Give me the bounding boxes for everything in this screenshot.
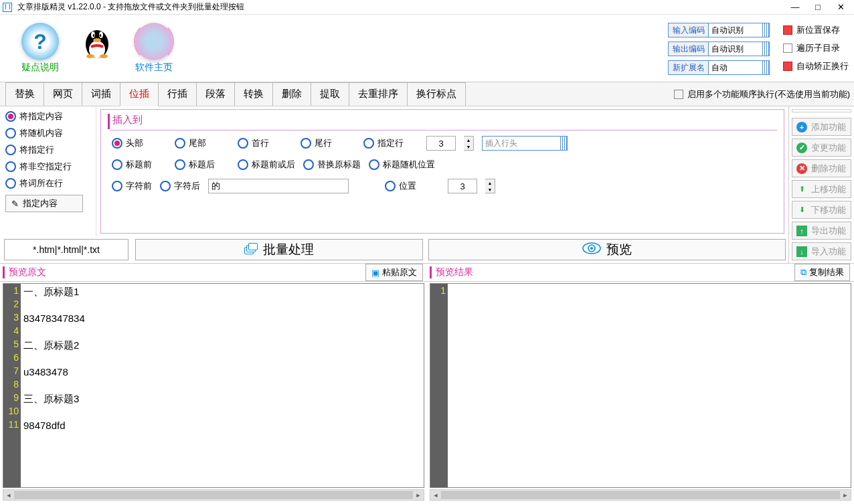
- export-icon: ↑: [796, 226, 807, 236]
- preview-result-title: 预览结果: [430, 266, 794, 278]
- left-radio-4[interactable]: 将词所在行: [5, 177, 90, 189]
- line-number-input[interactable]: [426, 136, 456, 151]
- preview-button[interactable]: 预览: [428, 239, 786, 260]
- svg-point-6: [93, 38, 101, 42]
- checkbox[interactable]: [783, 44, 792, 53]
- spinner[interactable]: ▲▼: [464, 136, 474, 151]
- arrow-up-icon: ⬆: [796, 184, 807, 195]
- maximize-button[interactable]: □: [813, 2, 823, 13]
- insert-radio-指定行[interactable]: 指定行: [363, 137, 418, 149]
- line-gutter: 1234567891011: [3, 284, 21, 487]
- result-content[interactable]: [448, 284, 851, 487]
- radio-icon: [112, 159, 122, 170]
- insert-radio-首行[interactable]: 首行: [238, 137, 292, 149]
- horizontal-scrollbar[interactable]: ◄►: [430, 489, 851, 501]
- radio-icon: [5, 145, 16, 155]
- tab-10[interactable]: 换行标点: [407, 82, 466, 106]
- source-content[interactable]: 一、原标题183478347834二、原标题2u3483478三、原标题3984…: [21, 284, 424, 487]
- edit-icon: ✎: [11, 199, 19, 209]
- radio-icon: [303, 159, 314, 170]
- move-up-button[interactable]: ⬆上移功能: [792, 180, 851, 198]
- qq-button[interactable]: [82, 23, 112, 79]
- left-radio-2[interactable]: 将指定行: [5, 144, 90, 156]
- homepage-button[interactable]: 软件主页: [135, 23, 173, 79]
- tab-3[interactable]: 位插: [120, 82, 159, 106]
- copy-icon: ⧉: [800, 267, 806, 278]
- tab-2[interactable]: 词插: [82, 82, 120, 106]
- minimize-button[interactable]: —: [790, 2, 800, 13]
- result-editor[interactable]: 1: [430, 283, 851, 488]
- radio-icon: [112, 181, 122, 191]
- tab-4[interactable]: 行插: [158, 82, 197, 106]
- grip-icon: [762, 23, 769, 37]
- radio-icon: [5, 178, 16, 189]
- export-function-button[interactable]: ↑导出功能: [792, 222, 851, 240]
- extension-filter-input[interactable]: [4, 239, 129, 260]
- add-function-button[interactable]: +添加功能: [792, 118, 851, 136]
- insert-radio-字符后[interactable]: 字符后: [160, 180, 200, 192]
- left-radio-3[interactable]: 将非空指定行: [5, 161, 90, 173]
- radio-icon: [5, 111, 16, 122]
- tab-6[interactable]: 转换: [234, 82, 273, 106]
- horizontal-scrollbar[interactable]: ◄►: [3, 489, 424, 501]
- tab-0[interactable]: 替换: [5, 82, 44, 106]
- checkbox[interactable]: [783, 25, 792, 35]
- insert-radio-字符前[interactable]: 字符前: [112, 180, 152, 192]
- import-icon: ↓: [796, 246, 807, 257]
- move-down-button[interactable]: ⬇下移功能: [792, 201, 851, 219]
- copy-result-button[interactable]: ⧉复制结果: [794, 264, 850, 281]
- enable-multi-checkbox[interactable]: [674, 90, 683, 99]
- insert-radio-标题前[interactable]: 标题前: [112, 159, 167, 171]
- insert-radio-标题前或后[interactable]: 标题前或后: [238, 159, 295, 171]
- tab-8[interactable]: 提取: [311, 82, 349, 106]
- insert-radio-尾部[interactable]: 尾部: [175, 137, 230, 149]
- new-extension-select[interactable]: 新扩展名 自动: [668, 60, 770, 75]
- line-position-select[interactable]: 插入行头: [482, 136, 568, 151]
- change-function-button[interactable]: ✓变更功能: [792, 139, 851, 157]
- close-button[interactable]: ✕: [835, 2, 846, 13]
- traverse-subdir-label: 遍历子目录: [796, 42, 840, 54]
- plus-icon: +: [796, 122, 807, 133]
- insert-radio-头部[interactable]: 头部: [112, 137, 167, 149]
- position-number-input[interactable]: [448, 179, 477, 193]
- insert-radio-标题随机位置[interactable]: 标题随机位置: [369, 159, 435, 171]
- tabs-bar: 替换网页词插位插行插段落转换删除提取去重排序换行标点 启用多个功能顺序执行(不选…: [0, 82, 854, 106]
- svg-point-8: [100, 54, 108, 58]
- insert-section-header: 插入到: [108, 114, 777, 129]
- checkbox[interactable]: [783, 62, 792, 71]
- batch-process-button[interactable]: 批量处理: [135, 239, 423, 260]
- import-function-button[interactable]: ↓导入功能: [792, 242, 851, 260]
- delete-function-button[interactable]: ✕删除功能: [792, 159, 851, 177]
- specify-content-button[interactable]: ✎ 指定内容: [5, 195, 83, 212]
- grip-icon: [762, 42, 769, 56]
- insert-radio-标题后[interactable]: 标题后: [175, 159, 230, 171]
- paste-source-button[interactable]: ▣粘贴原文: [365, 264, 423, 281]
- tab-5[interactable]: 段落: [196, 82, 235, 106]
- input-encoding-select[interactable]: 输入编码 自动识别: [668, 23, 770, 37]
- svg-point-5: [100, 34, 102, 37]
- output-encoding-select[interactable]: 输出编码 自动识别: [668, 41, 770, 56]
- new-position-save-label: 新位置保存: [796, 24, 840, 36]
- source-editor[interactable]: 1234567891011 一、原标题183478347834二、原标题2u34…: [3, 283, 424, 488]
- char-input[interactable]: [208, 179, 349, 193]
- check-icon: ✓: [796, 143, 807, 153]
- function-list[interactable]: [792, 109, 851, 112]
- insert-radio-position[interactable]: 位置: [385, 180, 440, 192]
- svg-point-11: [590, 247, 593, 250]
- titlebar: 文章排版精灵 v1.22.0.0 - 支持拖放文件或文件夹到批量处理按钮 — □…: [0, 0, 854, 15]
- stack-icon: [244, 243, 258, 256]
- tab-7[interactable]: 删除: [272, 82, 311, 106]
- help-button[interactable]: ? 疑点说明: [21, 23, 59, 79]
- qq-penguin-icon: [82, 23, 112, 62]
- tab-1[interactable]: 网页: [44, 82, 82, 106]
- insert-radio-替换原标题[interactable]: 替换原标题: [303, 159, 361, 171]
- left-panel: 将指定内容将随机内容将指定行将非空指定行将词所在行 ✎ 指定内容: [0, 106, 96, 236]
- grip-icon: [560, 137, 567, 150]
- left-radio-0[interactable]: 将指定内容: [5, 110, 90, 122]
- spinner[interactable]: ▲▼: [485, 179, 495, 193]
- arrow-down-icon: ⬇: [796, 205, 807, 216]
- insert-radio-尾行[interactable]: 尾行: [301, 137, 355, 149]
- window-title: 文章排版精灵 v1.22.0.0 - 支持拖放文件或文件夹到批量处理按钮: [17, 1, 790, 13]
- tab-9[interactable]: 去重排序: [349, 82, 408, 106]
- left-radio-1[interactable]: 将随机内容: [5, 127, 90, 139]
